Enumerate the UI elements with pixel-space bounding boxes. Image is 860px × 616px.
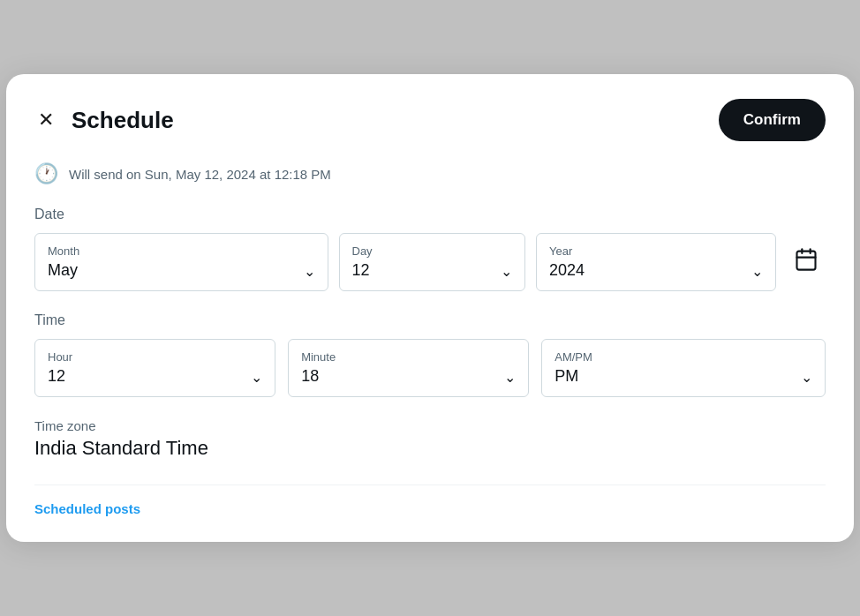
year-label: Year [549,244,763,258]
modal-header: ✕ Schedule Confirm [34,99,826,141]
schedule-modal: ✕ Schedule Confirm 🕐 Will send on Sun, M… [6,74,854,542]
minute-chevron-icon: ⌄ [504,369,516,386]
timezone-section: Time zone India Standard Time [34,418,826,460]
hour-value: 12 [48,367,65,386]
minute-label: Minute [301,350,516,364]
month-inner: May ⌄ [48,261,315,280]
hour-chevron-icon: ⌄ [251,369,262,386]
month-value: May [48,261,78,280]
calendar-icon-button[interactable] [787,240,826,285]
hour-inner: 12 ⌄ [48,367,262,386]
month-select[interactable]: Month May ⌄ [34,233,328,291]
date-row: Month May ⌄ Day 12 ⌄ Year [34,233,826,291]
confirm-button[interactable]: Confirm [719,99,826,141]
timezone-label: Time zone [34,418,826,433]
modal-title: Schedule [72,107,174,134]
year-select[interactable]: Year 2024 ⌄ [536,233,776,291]
ampm-select[interactable]: AM/PM PM ⌄ [541,339,826,397]
divider [34,485,826,485]
ampm-inner: PM ⌄ [554,367,812,386]
time-section: Time Hour 12 ⌄ Minute 18 ⌄ [34,312,826,397]
calendar-icon [794,247,819,278]
year-chevron-icon: ⌄ [751,263,763,280]
ampm-chevron-icon: ⌄ [801,369,812,386]
date-section: Date Month May ⌄ Day 12 ⌄ [34,207,826,291]
day-label: Day [352,244,513,258]
day-value: 12 [352,261,370,280]
svg-rect-0 [797,251,816,269]
day-select[interactable]: Day 12 ⌄ [339,233,526,291]
clock-icon: 🕐 [34,162,58,185]
date-label: Date [34,207,826,222]
time-label: Time [34,312,826,328]
ampm-label: AM/PM [554,350,812,364]
close-icon: ✕ [38,109,54,131]
hour-label: Hour [48,350,262,364]
close-button[interactable]: ✕ [34,105,57,135]
schedule-info-text: Will send on Sun, May 12, 2024 at 12:18 … [69,167,331,182]
header-left: ✕ Schedule [34,105,174,135]
minute-inner: 18 ⌄ [301,367,516,386]
day-chevron-icon: ⌄ [501,263,512,280]
month-label: Month [48,244,315,258]
year-value: 2024 [549,261,585,280]
month-chevron-icon: ⌄ [304,263,315,280]
minute-select[interactable]: Minute 18 ⌄ [288,339,529,397]
day-inner: 12 ⌄ [352,261,513,280]
minute-value: 18 [301,367,319,386]
schedule-info-row: 🕐 Will send on Sun, May 12, 2024 at 12:1… [34,162,826,185]
ampm-value: PM [554,367,578,386]
timezone-value: India Standard Time [34,437,826,460]
year-inner: 2024 ⌄ [549,261,763,280]
scheduled-posts-link[interactable]: Scheduled posts [34,501,140,516]
time-row: Hour 12 ⌄ Minute 18 ⌄ AM/PM [34,339,826,397]
hour-select[interactable]: Hour 12 ⌄ [34,339,275,397]
